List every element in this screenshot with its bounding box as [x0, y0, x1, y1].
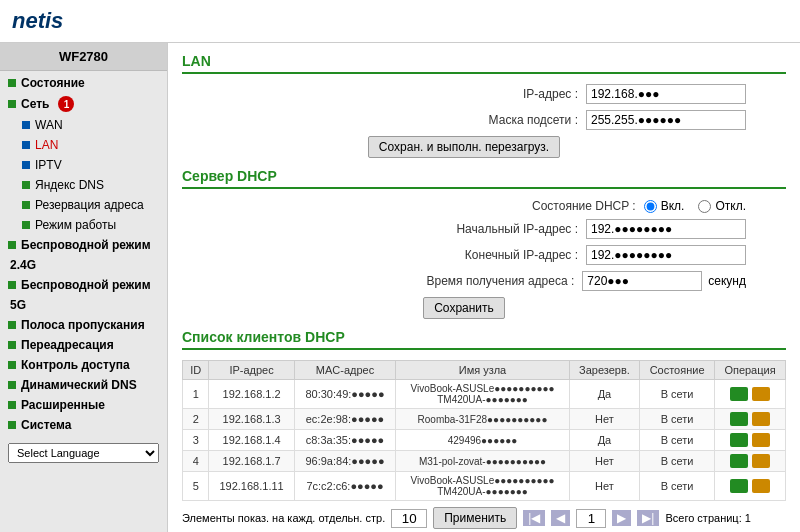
page-size-input[interactable] — [391, 509, 427, 528]
cell-operation[interactable] — [715, 451, 786, 472]
sidebar-item-wireless-24[interactable]: Беспроводной режим — [0, 275, 167, 295]
cell-id: 4 — [183, 451, 209, 472]
sidebar-item-reservation[interactable]: Резервация адреса — [0, 195, 167, 215]
sidebar-item-workmode[interactable]: Режим работы — [0, 215, 167, 235]
cell-reserved: Нет — [569, 451, 639, 472]
last-page-button[interactable]: ▶| — [637, 510, 659, 526]
cell-operation[interactable] — [715, 430, 786, 451]
sidebar-label-wireless24: Беспроводной режим — [21, 278, 151, 292]
advanced-bullet — [8, 401, 16, 409]
cell-ip: 192.168.1.3 — [209, 409, 294, 430]
cell-mac: 7c:c2:c6:●●●●● — [294, 472, 396, 501]
sidebar-item-wireless[interactable]: Беспроводной режим — [0, 235, 167, 255]
header: netis — [0, 0, 800, 43]
cell-status: В сети — [640, 472, 715, 501]
sidebar-item-redirect[interactable]: Переадресация — [0, 335, 167, 355]
th-mac: MAC-адрес — [294, 361, 396, 380]
cell-status: В сети — [640, 451, 715, 472]
sidebar-item-network[interactable]: Сеть 1 — [0, 93, 167, 115]
dhcp-off-text: Откл. — [715, 199, 746, 213]
next-page-button[interactable]: ▶ — [612, 510, 631, 526]
start-ip-input[interactable] — [586, 219, 746, 239]
start-ip-label: Начальный IP-адрес : — [398, 222, 578, 236]
ip-input[interactable] — [586, 84, 746, 104]
cell-status: В сети — [640, 380, 715, 409]
cell-id: 2 — [183, 409, 209, 430]
total-pages-label: Всего страниц: 1 — [665, 512, 750, 524]
sidebar-item-access-control[interactable]: Контроль доступа — [0, 355, 167, 375]
end-ip-input[interactable] — [586, 245, 746, 265]
dhcp-off-label[interactable]: Откл. — [698, 199, 746, 213]
cell-operation[interactable] — [715, 380, 786, 409]
cell-status: В сети — [640, 409, 715, 430]
delete-icon[interactable] — [752, 454, 770, 468]
sidebar-item-lan[interactable]: LAN — [0, 135, 167, 155]
connect-icon[interactable] — [730, 479, 748, 493]
save-dhcp-button[interactable]: Сохранить — [423, 297, 505, 319]
cell-mac: 96:9a:84:●●●●● — [294, 451, 396, 472]
wireless-bullet — [8, 241, 16, 249]
cell-hostname: VivoBook-ASUSLe●●●●●●●●●● TM420UA-●●●●●●… — [396, 472, 569, 501]
sidebar-label-network: Сеть — [21, 97, 49, 111]
delete-icon[interactable] — [752, 479, 770, 493]
lease-input[interactable] — [582, 271, 702, 291]
workmode-bullet — [22, 221, 30, 229]
dhcp-off-radio[interactable] — [698, 200, 711, 213]
sidebar-item-iptv[interactable]: IPTV — [0, 155, 167, 175]
dyndns-bullet — [8, 381, 16, 389]
sidebar-item-advanced[interactable]: Расширенные — [0, 395, 167, 415]
sidebar-label-yandex: Яндекс DNS — [35, 178, 104, 192]
delete-icon[interactable] — [752, 433, 770, 447]
sidebar-item-system[interactable]: Система — [0, 415, 167, 435]
sidebar-item-yandex-dns[interactable]: Яндекс DNS — [0, 175, 167, 195]
sidebar-item-dyn-dns[interactable]: Динамический DNS — [0, 375, 167, 395]
connect-icon[interactable] — [730, 387, 748, 401]
sidebar-item-wan[interactable]: WAN — [0, 115, 167, 135]
yandex-bullet — [22, 181, 30, 189]
sidebar-label-access: Контроль доступа — [21, 358, 130, 372]
table-header-row: ID IP-адрес MAC-адрес Имя узла Зарезерв.… — [183, 361, 786, 380]
ip-row: IP-адрес : — [182, 84, 786, 104]
connect-icon[interactable] — [730, 412, 748, 426]
sidebar-label-wan: WAN — [35, 118, 63, 132]
cell-mac: 80:30:49:●●●●● — [294, 380, 396, 409]
cell-id: 5 — [183, 472, 209, 501]
mask-input[interactable] — [586, 110, 746, 130]
dhcp-on-radio[interactable] — [644, 200, 657, 213]
sidebar-item-status[interactable]: Состояние — [0, 73, 167, 93]
connect-icon[interactable] — [730, 433, 748, 447]
sidebar-label-5g: 5G — [10, 298, 26, 312]
dhcp-table-body: 1 192.168.1.2 80:30:49:●●●●● VivoBook-AS… — [183, 380, 786, 501]
sidebar-item-bandwidth[interactable]: Полоса пропускания — [0, 315, 167, 335]
dhcp-on-label[interactable]: Вкл. — [644, 199, 685, 213]
cell-operation[interactable] — [715, 409, 786, 430]
cell-hostname: 429496●●●●●● — [396, 430, 569, 451]
sidebar-label-lan: LAN — [35, 138, 58, 152]
connect-icon[interactable] — [730, 454, 748, 468]
dhcp-section-title: Сервер DHCP — [182, 168, 786, 189]
th-operation: Операция — [715, 361, 786, 380]
cell-ip: 192.168.1.4 — [209, 430, 294, 451]
delete-icon[interactable] — [752, 412, 770, 426]
delete-icon[interactable] — [752, 387, 770, 401]
bandwidth-bullet — [8, 321, 16, 329]
sidebar-label-advanced: Расширенные — [21, 398, 105, 412]
lease-suffix: секунд — [708, 274, 746, 288]
language-select[interactable]: Select Language — [8, 443, 159, 463]
cell-ip: 192.168.1.11 — [209, 472, 294, 501]
save-restart-button[interactable]: Сохран. и выполн. перезагруз. — [368, 136, 560, 158]
main-content: LAN IP-адрес : Маска подсети : Сохран. и… — [168, 43, 800, 532]
first-page-button[interactable]: |◀ — [523, 510, 545, 526]
mask-row: Маска подсети : — [182, 110, 786, 130]
redirect-bullet — [8, 341, 16, 349]
end-ip-row: Конечный IP-адрес : — [182, 245, 786, 265]
prev-page-button[interactable]: ◀ — [551, 510, 570, 526]
sidebar: WF2780 Состояние Сеть 1 WAN LAN IPTV — [0, 43, 168, 532]
cell-hostname: VivoBook-ASUSLe●●●●●●●●●● TM420UA-●●●●●●… — [396, 380, 569, 409]
cell-operation[interactable] — [715, 472, 786, 501]
current-page-input[interactable] — [576, 509, 606, 528]
mask-label: Маска подсети : — [398, 113, 578, 127]
apply-pagination-button[interactable]: Применить — [433, 507, 517, 529]
sidebar-label-system: Система — [21, 418, 72, 432]
start-ip-row: Начальный IP-адрес : — [182, 219, 786, 239]
